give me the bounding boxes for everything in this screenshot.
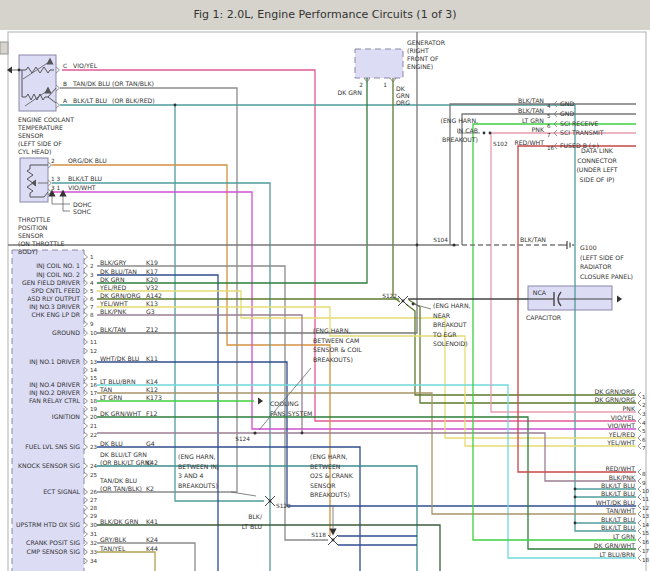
pcm-wire-label: DK BLU	[100, 440, 123, 447]
pcm-pin-number: 29	[90, 513, 98, 519]
junction-dot	[574, 522, 577, 525]
dlc-pin-number: 4	[547, 103, 551, 109]
pcm-wire-label: BLK/PNK	[100, 308, 127, 315]
pcm-pin-number: 6	[90, 296, 94, 302]
exit-pin-number: 2	[642, 402, 646, 408]
pcm-pin-number: 2	[90, 263, 94, 269]
tps-wire-label: BLK/LT BLU	[68, 175, 102, 182]
dlc-wire-label: LT GRN	[522, 117, 544, 124]
note-blktan: BLK/TAN	[520, 236, 546, 243]
exit-wire-label: YEL/WHT	[606, 439, 635, 446]
note-o2s: BREAKOUTS)	[310, 491, 350, 498]
splice-label: S118	[311, 532, 326, 538]
pcm-circuit-code: G3	[146, 308, 155, 315]
pcm-pin-number: 1	[90, 254, 94, 260]
note-cam: (ENG HARN,	[313, 327, 351, 334]
generator-label: FRONT OF	[407, 55, 439, 62]
pcm-pin-number: 16	[90, 382, 98, 388]
pcm-pin-number: 11	[90, 339, 98, 345]
note-nca: NCA	[533, 289, 547, 296]
note-cooling: COOLING	[270, 400, 299, 407]
dlc-function-label: GND	[560, 110, 574, 117]
tps-wire-label: VIO/WHT	[68, 184, 96, 191]
generator-label: GENERATOR	[407, 39, 446, 46]
pcm-pin-number: 21	[90, 423, 98, 429]
exit-pin-number: 16	[642, 539, 650, 545]
ect-pin-number: C	[63, 63, 67, 69]
pcm-circuit-label: ASD RLY OUTPUT	[27, 295, 80, 302]
dlc-label: (UNDER LEFT	[576, 166, 617, 173]
page-edge-tab	[0, 42, 8, 54]
pcm-wire-label: BLK/GRY	[100, 259, 127, 266]
splice-dot-icon	[452, 243, 455, 246]
note-s120-wire: BLK/	[248, 513, 263, 520]
note-cam: BETWEEN CAM	[313, 337, 359, 344]
pcm-circuit-label: FAN RELAY CTRL	[29, 397, 81, 404]
pcm-pin-number: 19	[90, 406, 98, 412]
exit-wire-label: VIO/YEL	[611, 414, 636, 421]
generator-label: (RIGHT	[407, 47, 429, 54]
exit-wire-label: BLK/PNK	[609, 474, 636, 481]
note-egr: TO EGR	[432, 331, 457, 338]
pcm-wire-label: YEL/RED	[99, 284, 126, 291]
ect-label: CYL HEAD)	[18, 148, 51, 155]
pcm-circuit-code: K44	[146, 545, 158, 552]
tps-label: SENSOR	[18, 232, 44, 239]
splice-dot-icon	[402, 300, 405, 303]
note-in-cab: (ENG HARN,	[441, 117, 479, 124]
pcm-pin-number: 4	[90, 280, 94, 286]
dlc-function-label: GND	[560, 100, 574, 107]
dlc-wire-label: RED/WHT	[514, 139, 544, 146]
exit-wire-label: TAN/WHT	[605, 507, 635, 514]
pcm-pin-number: 28	[90, 505, 98, 511]
splice-dot-icon	[332, 539, 335, 542]
pcm-pin-number: 7	[90, 304, 94, 310]
junction-dot	[412, 303, 415, 306]
pcm-circuit-code: G4	[146, 440, 155, 447]
note-o2s: O2S & CRANK	[310, 472, 354, 479]
pcm-circuit-code: V32	[146, 284, 158, 291]
exit-pin-number: 6	[642, 437, 646, 443]
pcm-circuit-label: SPD CNTL FEED	[31, 287, 80, 294]
pcm-circuit-label: CMP SENSOR SIG	[27, 548, 81, 555]
dlc-wire-label: BLK/TAN	[518, 97, 544, 104]
ect-wire-alt-label: (OR BLK/RED)	[112, 97, 155, 104]
exit-pin-number: 18	[642, 557, 650, 563]
dlc-pin-number: 7	[547, 132, 551, 138]
exit-wire-label: BLK/LT BLU	[601, 482, 635, 489]
tps-label: THROTTLE	[17, 216, 50, 223]
splice-label: S102	[493, 141, 508, 147]
pcm-pin-number: 27	[90, 497, 98, 503]
pcm-wire-label: WHT/DK BLU	[100, 355, 139, 362]
pcm-circuit-code: K24	[146, 536, 158, 543]
pcm-circuit-code: A142	[146, 292, 162, 299]
exit-wire-label: DK GRN/ORG	[594, 388, 635, 395]
note-o2s: SENSOR	[310, 482, 336, 489]
pcm-circuit-label: ECT SIGNAL	[43, 488, 80, 495]
dlc-pin-number: 5	[547, 113, 551, 119]
note-g100: (LEFT SIDE OF	[580, 254, 624, 261]
exit-pin-number: 7	[642, 445, 646, 451]
splice-label: S124	[235, 436, 250, 442]
note-inj34: 3 AND 4	[178, 472, 203, 479]
pcm-circuit-code: K173	[146, 394, 162, 401]
generator-pin-number: 2	[359, 82, 363, 88]
pcm-circuit-label: IGNITION	[52, 413, 81, 420]
pcm-pin-number: 10	[90, 330, 98, 336]
note-cam: BREAKOUTS)	[313, 356, 353, 363]
ect-wire-label: VIO/YEL	[73, 62, 98, 69]
dlc-label: SIDE OF IP)	[580, 176, 615, 183]
pcm-pin-number: 20	[90, 414, 98, 420]
note-egr: (ENG HARN,	[433, 302, 471, 309]
ect-wire-label: BLK/LT BLU	[73, 97, 107, 104]
ect-label: TEMPERATURE	[17, 124, 63, 131]
dlc-pin-number: 16	[547, 145, 555, 151]
junction-dot	[483, 132, 486, 135]
exit-pin-number: 4	[642, 420, 646, 426]
tps-label: BODY)	[18, 248, 38, 255]
junction-dot	[489, 132, 492, 135]
junction-dot	[18, 69, 21, 72]
ect-label: SENSOR	[18, 132, 44, 139]
pcm-circuit-label: GEN FIELD DRIVER	[22, 279, 81, 286]
exit-wire-label: DK GRN/WHT	[594, 542, 635, 549]
